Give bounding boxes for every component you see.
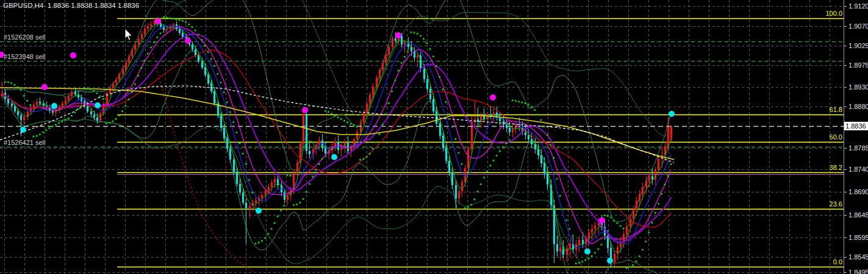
price-axis-label: 1.8645 <box>848 211 868 219</box>
chart-canvas[interactable] <box>0 0 868 274</box>
sell-signal-dot <box>302 107 308 113</box>
axis-tick <box>844 148 847 149</box>
sell-signal-dot <box>155 18 161 24</box>
price-axis-label: 1.8740 <box>848 166 868 173</box>
price-axis-label: 1.8975 <box>848 61 868 69</box>
price-axis-label: 1.8785 <box>848 144 868 152</box>
buy-signal-dot <box>51 103 57 109</box>
price-axis-label: 1.8495 <box>848 269 868 274</box>
buy-signal-dot <box>20 127 26 133</box>
axis-tick <box>844 26 847 27</box>
price-axis-label: 1.8545 <box>848 253 868 261</box>
axis-tick <box>844 272 847 273</box>
axis-tick <box>844 6 847 7</box>
sell-signal-dot <box>599 217 605 223</box>
price-axis-label: 1.9070 <box>848 23 868 30</box>
sell-signal-dot <box>490 94 496 100</box>
axis-tick <box>844 192 847 192</box>
buy-signal-dot <box>331 154 337 160</box>
price-axis-label: 1.8880 <box>848 103 868 110</box>
price-axis-label: 1.9120 <box>848 2 868 10</box>
mt4-chart-window: GBPUSD,H4 1.8836 1.8838 1.8834 1.8836 #1… <box>0 0 868 274</box>
current-price-box: 1.8836 <box>844 122 868 130</box>
chart-background <box>0 0 868 274</box>
sell-signal-dot <box>185 38 191 44</box>
axis-tick <box>844 215 847 216</box>
price-axis[interactable]: 1.9120 1.9070 1.9025 1.8975 1.8930 1.888… <box>844 0 868 274</box>
axis-tick <box>844 237 847 238</box>
price-axis-label: 1.9025 <box>848 42 868 49</box>
axis-tick <box>844 46 847 46</box>
axis-tick <box>844 257 847 258</box>
price-axis-label: 1.8595 <box>848 234 868 241</box>
sell-signal-dot <box>395 32 401 38</box>
axis-tick <box>844 65 847 66</box>
price-axis-label: 1.8930 <box>848 83 868 91</box>
buy-signal-dot <box>607 258 613 264</box>
buy-signal-dot <box>669 111 675 117</box>
axis-tick <box>844 169 847 170</box>
sell-signal-dot <box>70 52 76 58</box>
axis-tick <box>844 107 847 107</box>
sell-signal-dot <box>41 84 48 90</box>
price-axis-label: 1.8690 <box>848 188 868 195</box>
buy-signal-dot <box>256 208 262 214</box>
buy-signal-dot <box>95 102 101 108</box>
axis-tick <box>844 87 847 88</box>
buy-signal-dot <box>584 248 590 255</box>
